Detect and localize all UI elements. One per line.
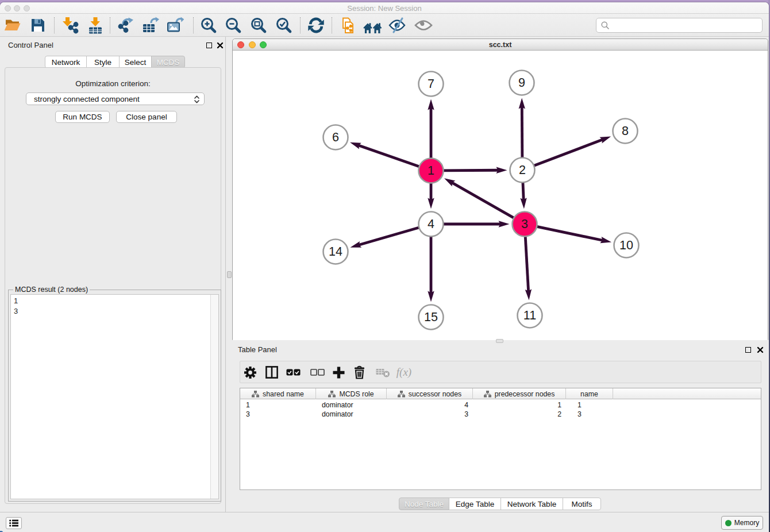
horizontal-splitter-grip[interactable] — [496, 339, 503, 343]
table-panel-float-button[interactable] — [745, 347, 751, 353]
clone-network-button[interactable] — [338, 16, 357, 35]
table-cell[interactable]: 1 — [473, 400, 561, 410]
zoom-in-button[interactable] — [199, 16, 218, 35]
save-floppy-icon — [29, 17, 47, 34]
tab-edge-table[interactable]: Edge Table — [449, 498, 501, 510]
search-field[interactable] — [596, 18, 763, 33]
graph-node-6[interactable]: 6 — [324, 125, 348, 150]
mcds-tab-content: Optimization criterion: strongly connect… — [5, 67, 221, 504]
table-header-row: shared nameMCDS rolesuccessor nodesprede… — [240, 388, 761, 399]
table-row[interactable]: 3dominator323 — [240, 410, 761, 419]
tab-node-table[interactable]: Node Table — [399, 498, 449, 510]
import-network-button[interactable] — [60, 16, 80, 35]
function-builder-button[interactable]: f(x) — [392, 363, 415, 381]
mcds-result-values: 1 3 — [14, 296, 18, 315]
tab-network[interactable]: Network — [45, 56, 87, 68]
graph-node-4[interactable]: 4 — [419, 212, 444, 237]
graph-node-8[interactable]: 8 — [613, 119, 638, 144]
tab-motifs[interactable]: Motifs — [563, 498, 601, 510]
refresh-view-button[interactable] — [306, 16, 326, 35]
edge-1-6[interactable] — [350, 142, 420, 167]
graph-node-1[interactable]: 1 — [419, 159, 444, 183]
delete-table-button[interactable] — [374, 363, 392, 381]
open-session-button[interactable] — [3, 16, 22, 35]
show-panel-button[interactable] — [414, 16, 433, 35]
column-header-successor-nodes[interactable]: successor nodes — [387, 388, 473, 399]
table-panel-close-button[interactable] — [757, 346, 764, 353]
graph-node-11[interactable]: 11 — [518, 303, 542, 328]
unselect-all-columns-button[interactable] — [308, 363, 326, 381]
edge-2-9[interactable] — [519, 98, 525, 158]
save-session-button[interactable] — [28, 16, 48, 35]
graph-node-9[interactable]: 9 — [510, 71, 534, 95]
tab-select[interactable]: Select — [119, 56, 152, 68]
edge-line — [533, 140, 603, 166]
network-canvas[interactable]: 1234678910111415 — [233, 51, 768, 340]
graph-node-15[interactable]: 15 — [419, 305, 444, 330]
search-input[interactable] — [610, 21, 762, 30]
control-panel-float-button[interactable] — [206, 43, 212, 48]
column-header-shared-name[interactable]: shared name — [240, 388, 316, 399]
edge-1-2[interactable] — [442, 167, 507, 174]
tab-network-table[interactable]: Network Table — [500, 498, 563, 510]
close-panel-button[interactable]: Close panel — [116, 111, 177, 123]
show-columns-button[interactable] — [263, 363, 281, 381]
edge-3-11[interactable] — [525, 236, 532, 300]
home-button[interactable] — [363, 16, 382, 35]
edge-4-3[interactable] — [443, 221, 510, 227]
graph-node-10[interactable]: 10 — [614, 233, 639, 258]
table-cell[interactable]: 4 — [387, 400, 468, 410]
hide-panel-button[interactable] — [387, 16, 407, 35]
export-image-button[interactable] — [165, 16, 185, 35]
edge-line — [523, 182, 523, 200]
graph-node-14[interactable]: 14 — [324, 240, 348, 264]
table-cell[interactable]: 3 — [387, 410, 468, 419]
select-all-columns-button[interactable] — [284, 363, 302, 381]
run-mcds-button[interactable]: Run MCDS — [55, 111, 110, 123]
mcds-result-title: MCDS result (2 nodes) — [13, 286, 90, 294]
zoom-out-button[interactable] — [224, 16, 243, 35]
zoom-fit-button[interactable] — [249, 16, 268, 35]
node-label: 1 — [428, 164, 434, 178]
zoom-selected-button[interactable] — [274, 16, 294, 35]
memory-button[interactable]: Memory — [721, 516, 763, 530]
result-scrollbar[interactable] — [210, 295, 218, 499]
column-header-name[interactable]: name — [566, 388, 613, 399]
table-cell[interactable]: 2 — [473, 410, 561, 419]
import-table-button[interactable] — [86, 16, 105, 35]
edge-3-1[interactable] — [444, 178, 514, 218]
mcds-result-text[interactable]: 1 3 — [10, 294, 219, 499]
edge-4-15[interactable] — [428, 236, 434, 302]
vertical-splitter-grip[interactable] — [227, 271, 232, 278]
table-settings-button[interactable] — [241, 363, 259, 381]
table-cell[interactable]: dominator — [322, 400, 387, 410]
table-cell[interactable]: 3 — [578, 410, 619, 419]
criterion-select[interactable]: strongly connected component — [26, 92, 205, 105]
graph-node-3[interactable]: 3 — [513, 212, 537, 237]
columns-icon — [265, 366, 278, 379]
edge-1-7[interactable] — [428, 99, 434, 159]
table-row[interactable]: 1dominator411 — [240, 400, 761, 410]
edge-2-3[interactable] — [520, 182, 526, 209]
control-panel-close-button[interactable] — [217, 42, 224, 49]
column-header-predecessor-nodes[interactable]: predecessor nodes — [473, 388, 566, 399]
edge-4-14[interactable] — [350, 228, 419, 248]
graph-node-7[interactable]: 7 — [419, 72, 444, 97]
delete-column-button[interactable] — [350, 363, 368, 381]
edge-1-4[interactable] — [428, 183, 434, 209]
tab-mcds[interactable]: MCDS — [151, 56, 185, 68]
export-table-button[interactable] — [141, 16, 160, 35]
edge-2-8[interactable] — [533, 136, 611, 165]
control-panel-title: Control Panel — [8, 41, 53, 49]
edge-3-10[interactable] — [536, 226, 611, 243]
tab-style[interactable]: Style — [86, 56, 120, 68]
export-network-button[interactable] — [116, 16, 135, 35]
graph-node-2[interactable]: 2 — [510, 158, 535, 183]
table-cell[interactable]: 1 — [578, 400, 619, 410]
task-history-button[interactable] — [6, 517, 22, 529]
create-column-button[interactable] — [329, 363, 348, 381]
table-cell[interactable]: 1 — [246, 400, 316, 410]
column-header-MCDS-role[interactable]: MCDS role — [316, 388, 387, 399]
table-cell[interactable]: dominator — [322, 410, 387, 419]
table-cell[interactable]: 3 — [246, 410, 316, 419]
